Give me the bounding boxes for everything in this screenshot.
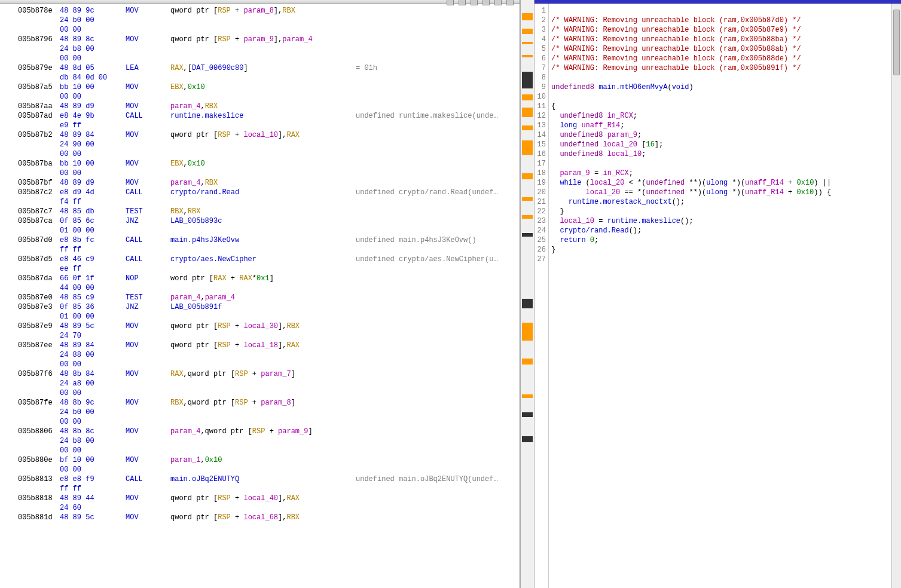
bytes-continuation[interactable]: db 84 0d 00 — [18, 73, 520, 82]
overview-minimap[interactable] — [520, 0, 535, 588]
bytes-continuation[interactable]: 24 88 00 — [18, 350, 520, 360]
operands[interactable]: qword ptr [RSP + local_18],RAX — [170, 341, 356, 350]
instruction-row[interactable]: 005b87babb 10 00MOVEBX,0x10 — [18, 159, 520, 169]
operands[interactable]: param_4,RBX — [170, 102, 356, 111]
instruction-row[interactable]: 005b87c2e8 d9 4dCALLcrypto/rand.Readunde… — [18, 188, 520, 197]
minimap-mark[interactable] — [522, 215, 533, 219]
code-line[interactable]: } — [551, 245, 891, 255]
instruction-row[interactable]: 005b87ee48 89 84MOVqword ptr [RSP + loca… — [18, 341, 520, 350]
vertical-scrollbar[interactable] — [891, 4, 901, 588]
toolbar-icon[interactable] — [471, 0, 478, 5]
toolbar-icon[interactable] — [482, 0, 490, 5]
minimap-mark[interactable] — [522, 29, 533, 34]
bytes-continuation[interactable]: 00 00 — [18, 169, 520, 178]
minimap-mark[interactable] — [522, 233, 533, 237]
operands[interactable]: RBX,RBX — [170, 207, 356, 216]
minimap-mark[interactable] — [522, 436, 533, 442]
code-line[interactable]: /* WARNING: Removing unreachable block (… — [551, 44, 891, 54]
bytes-continuation[interactable]: 44 00 00 — [18, 283, 520, 293]
code-line[interactable] — [551, 255, 891, 264]
decompiled-code[interactable]: /* WARNING: Removing unreachable block (… — [549, 4, 891, 588]
operands[interactable]: qword ptr [RSP + local_30],RBX — [170, 321, 356, 331]
toolbar-icon[interactable] — [459, 0, 466, 5]
operands[interactable]: crypto/rand.Read — [170, 188, 356, 197]
operands[interactable]: param_4,qword ptr [RSP + param_9] — [170, 427, 356, 436]
bytes-continuation[interactable]: ee ff — [18, 264, 520, 274]
minimap-mark[interactable] — [522, 323, 533, 341]
bytes-continuation[interactable]: 01 00 00 — [18, 312, 520, 321]
code-line[interactable] — [551, 159, 891, 169]
bytes-continuation[interactable]: 00 00 — [18, 417, 520, 427]
minimap-mark[interactable] — [522, 13, 533, 20]
bytes-continuation[interactable]: 00 00 — [18, 446, 520, 455]
bytes-continuation[interactable]: 00 00 — [18, 149, 520, 159]
code-line[interactable]: } — [551, 207, 891, 216]
disassembly-panel[interactable]: 005b878e48 89 9cMOVqword ptr [RSP + para… — [0, 0, 520, 588]
code-line[interactable]: param_9 = in_RCX; — [551, 169, 891, 178]
bytes-continuation[interactable]: 24 b8 00 — [18, 44, 520, 54]
instruction-row[interactable]: 005b87a5bb 10 00MOVEBX,0x10 — [18, 82, 520, 92]
instruction-row[interactable]: 005b87d5e8 46 c9CALLcrypto/aes.NewCipher… — [18, 255, 520, 264]
code-line[interactable]: /* WARNING: Removing unreachable block (… — [551, 25, 891, 35]
code-line[interactable]: undefined8 param_9; — [551, 130, 891, 140]
code-line[interactable]: local_20 == *(undefined **)(ulong *)(una… — [551, 188, 891, 197]
minimap-mark[interactable] — [522, 140, 533, 155]
code-line[interactable]: runtime.morestack_noctxt(); — [551, 197, 891, 207]
instruction-row[interactable]: 005b880ebf 10 00MOVparam_1,0x10 — [18, 455, 520, 465]
code-line[interactable]: long unaff_R14; — [551, 121, 891, 130]
bytes-continuation[interactable]: 01 00 00 — [18, 226, 520, 235]
instruction-row[interactable]: 005b87aa48 89 d9MOVparam_4,RBX — [18, 102, 520, 111]
bytes-continuation[interactable]: 00 00 — [18, 92, 520, 102]
code-line[interactable]: return 0; — [551, 235, 891, 245]
operands[interactable]: RAX,qword ptr [RSP + param_7] — [170, 369, 356, 379]
operands[interactable]: qword ptr [RSP + param_8],RBX — [170, 6, 356, 16]
operands[interactable]: qword ptr [RSP + param_9],param_4 — [170, 35, 356, 44]
code-line[interactable]: { — [551, 102, 891, 111]
instruction-row[interactable]: 005b879648 89 8cMOVqword ptr [RSP + para… — [18, 35, 520, 44]
code-line[interactable]: crypto/rand.Read(); — [551, 226, 891, 235]
code-line[interactable] — [551, 6, 891, 16]
minimap-mark[interactable] — [522, 72, 533, 88]
instruction-row[interactable]: 005b878e48 89 9cMOVqword ptr [RSP + para… — [18, 6, 520, 16]
operands[interactable]: LAB_005b891f — [170, 302, 356, 312]
bytes-continuation[interactable]: 00 00 — [18, 465, 520, 474]
instruction-row[interactable]: 005b87e048 85 c9TESTparam_4,param_4 — [18, 293, 520, 302]
instruction-row[interactable]: 005b87fe48 8b 9cMOVRBX,qword ptr [RSP + … — [18, 398, 520, 408]
minimap-mark[interactable] — [522, 173, 533, 179]
operands[interactable]: param_4,param_4 — [170, 293, 356, 302]
scrollbar-thumb[interactable] — [893, 10, 900, 75]
instruction-row[interactable]: 005b879e48 8d 05LEARAX,[DAT_00690c80]= 0… — [18, 63, 520, 73]
minimap-mark[interactable] — [522, 108, 533, 117]
instruction-row[interactable]: 005b8813e8 e8 f9CALLmain.oJBq2ENUTYQunde… — [18, 474, 520, 484]
code-line[interactable] — [551, 73, 891, 82]
code-line[interactable]: undefined8 local_10; — [551, 149, 891, 159]
code-line[interactable]: undefined local_20 [16]; — [551, 140, 891, 149]
operands[interactable]: param_4,RBX — [170, 178, 356, 188]
minimap-mark[interactable] — [522, 299, 533, 308]
bytes-continuation[interactable]: 00 00 — [18, 25, 520, 35]
toolbar-icon[interactable] — [506, 0, 514, 5]
decompiler-panel[interactable]: 1234567891011121314151617181920212223242… — [535, 0, 901, 588]
operands[interactable]: EBX,0x10 — [170, 82, 356, 92]
bytes-continuation[interactable]: 00 00 — [18, 54, 520, 63]
code-line[interactable]: undefined8 main.mtHO6enMvyA(void) — [551, 82, 891, 92]
instruction-row[interactable]: 005b880648 8b 8cMOVparam_4,qword ptr [RS… — [18, 427, 520, 436]
bytes-continuation[interactable]: 00 00 — [18, 388, 520, 398]
instruction-row[interactable]: 005b87ade8 4e 9bCALLruntime.makesliceund… — [18, 111, 520, 121]
minimap-mark[interactable] — [522, 55, 533, 57]
minimap-mark[interactable] — [522, 394, 533, 398]
operands[interactable]: EBX,0x10 — [170, 159, 356, 169]
bytes-continuation[interactable]: 24 60 — [18, 503, 520, 513]
bytes-continuation[interactable]: f4 ff — [18, 197, 520, 207]
instruction-row[interactable]: 005b87da66 0f 1fNOPword ptr [RAX + RAX*0… — [18, 274, 520, 283]
toolbar-icon[interactable] — [447, 0, 454, 5]
code-line[interactable]: undefined8 in_RCX; — [551, 111, 891, 121]
bytes-continuation[interactable]: ff ff — [18, 245, 520, 255]
bytes-continuation[interactable]: ff ff — [18, 484, 520, 494]
instruction-row[interactable]: 005b881d48 89 5cMOVqword ptr [RSP + loca… — [18, 513, 520, 522]
bytes-continuation[interactable]: 24 b0 00 — [18, 16, 520, 25]
code-line[interactable]: local_10 = runtime.makeslice(); — [551, 216, 891, 226]
operands[interactable]: crypto/aes.NewCipher — [170, 255, 356, 264]
instruction-row[interactable]: 005b87c748 85 dbTESTRBX,RBX — [18, 207, 520, 216]
bytes-continuation[interactable]: 00 00 — [18, 360, 520, 369]
